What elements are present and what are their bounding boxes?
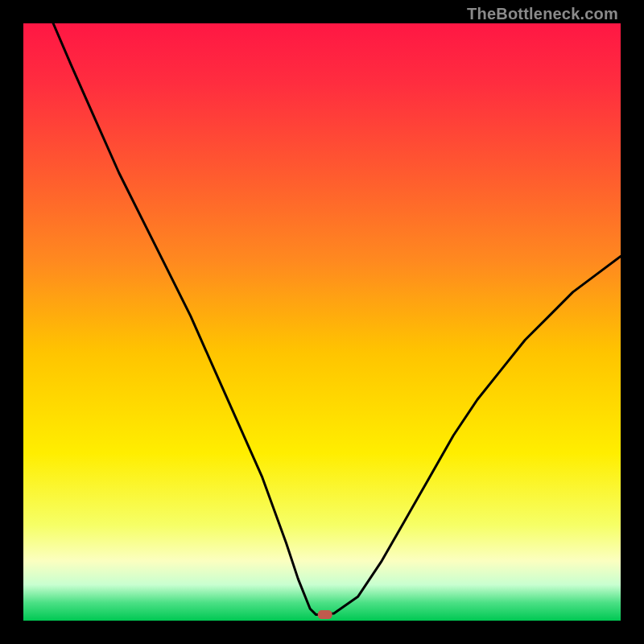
watermark-text: TheBottleneck.com <box>467 5 618 23</box>
min-marker <box>318 610 332 619</box>
chart-background <box>23 23 621 621</box>
bottleneck-chart <box>23 23 621 621</box>
